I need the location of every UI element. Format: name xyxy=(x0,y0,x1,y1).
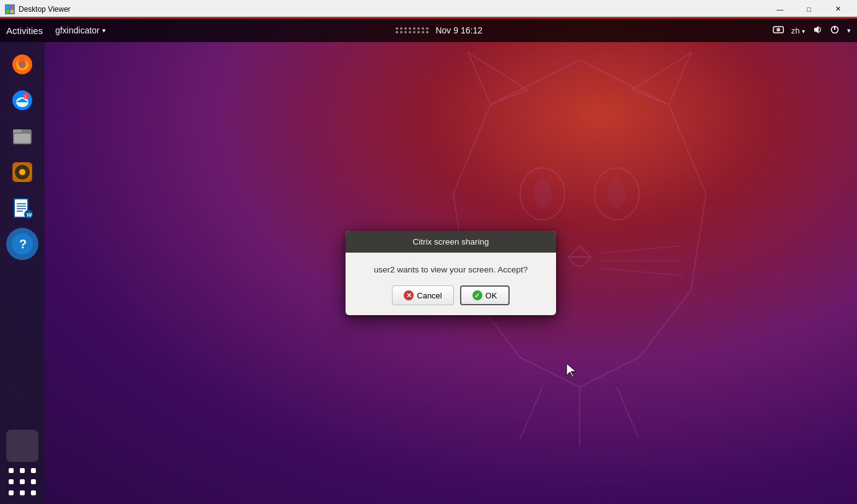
cancel-label: Cancel xyxy=(417,291,442,300)
ubuntu-vm-container: Activities gfxindicator ▾ Nov 9 16:12 xyxy=(0,19,857,504)
dialog-titlebar: Citrix screen sharing xyxy=(346,231,556,253)
dialog-body: user2 wants to view your screen. Accept?… xyxy=(346,253,556,315)
ubuntu-desktop: Activities gfxindicator ▾ Nov 9 16:12 xyxy=(0,19,857,504)
ok-label: OK xyxy=(485,291,497,300)
cancel-button[interactable]: ✕ Cancel xyxy=(392,285,453,305)
app-icon xyxy=(5,4,15,14)
ok-button[interactable]: ✓ OK xyxy=(460,285,510,305)
dialog-overlay: Citrix screen sharing user2 wants to vie… xyxy=(0,19,857,504)
svg-rect-0 xyxy=(6,6,9,9)
dialog-buttons: ✕ Cancel ✓ OK xyxy=(358,285,544,305)
maximize-button[interactable]: □ xyxy=(795,0,823,19)
citrix-dialog: Citrix screen sharing user2 wants to vie… xyxy=(346,231,556,315)
svg-rect-3 xyxy=(11,10,14,13)
titlebar-buttons: — □ ✕ xyxy=(766,0,852,19)
windows-titlebar: Desktop Viewer — □ ✕ xyxy=(0,0,857,19)
dialog-message: user2 wants to view your screen. Accept? xyxy=(358,265,544,274)
dialog-title: Citrix screen sharing xyxy=(412,237,489,246)
svg-rect-1 xyxy=(11,6,14,9)
window-title: Desktop Viewer xyxy=(19,5,766,14)
close-button[interactable]: ✕ xyxy=(824,0,852,19)
minimize-button[interactable]: — xyxy=(766,0,794,19)
svg-rect-2 xyxy=(6,10,9,13)
ok-icon: ✓ xyxy=(472,290,482,300)
cancel-icon: ✕ xyxy=(404,290,414,300)
